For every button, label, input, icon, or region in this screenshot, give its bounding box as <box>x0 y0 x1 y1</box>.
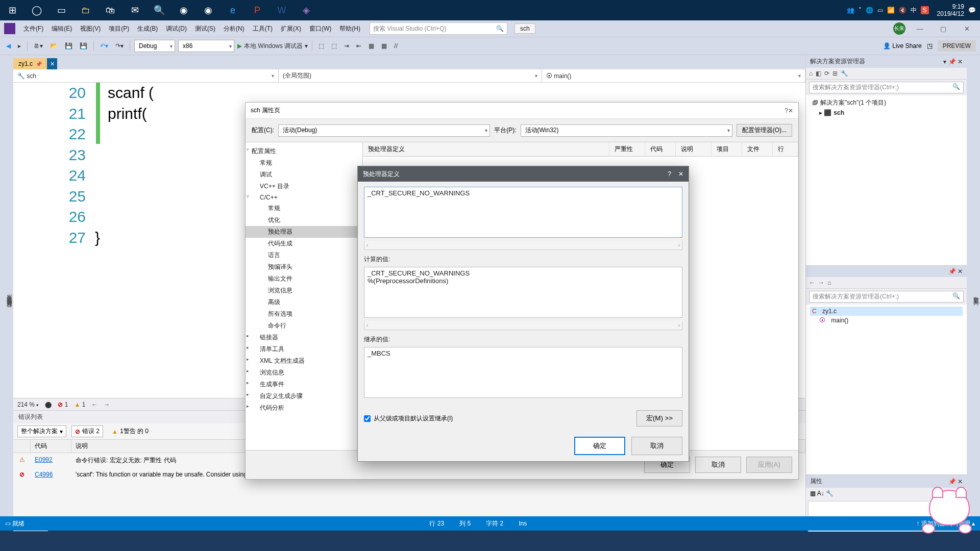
start-icon[interactable]: ⊞ <box>0 0 24 20</box>
alpha-icon[interactable]: A↓ <box>817 490 824 497</box>
back-icon[interactable]: ← <box>809 279 815 286</box>
nav-fwd-icon[interactable]: ▸ <box>16 41 23 51</box>
maximize-button[interactable]: ▢ <box>934 22 952 35</box>
solution-tree[interactable]: 🗊 解决方案"sch"(1 个项目) ▸ ⬛ sch <box>806 95 967 265</box>
help-icon[interactable]: ? <box>668 170 671 178</box>
battery-icon[interactable]: ▭ <box>877 7 883 14</box>
file-node[interactable]: C zy1.c <box>810 307 963 316</box>
toolbar-icon-3[interactable]: ⇥ <box>342 41 351 51</box>
menu-debug[interactable]: 调试(D) <box>163 22 190 35</box>
solution-badge[interactable]: sch <box>514 23 535 34</box>
toolbar-icon-1[interactable]: ⬚ <box>316 41 326 51</box>
new-project-icon[interactable]: 🗎▾ <box>32 41 45 51</box>
home-icon[interactable]: ⌂ <box>809 70 813 77</box>
cancel-button[interactable]: 取消 <box>695 457 741 473</box>
help-icon[interactable]: ? <box>785 107 788 114</box>
undo-icon[interactable]: ↶▾ <box>98 41 110 51</box>
property-tree-item[interactable]: 常规 <box>246 203 362 214</box>
panel-close-icon[interactable]: ✕ <box>958 268 963 275</box>
refresh-icon[interactable]: ⟳ <box>824 70 829 77</box>
warnings-filter[interactable]: ▲ 1警告 的 0 <box>108 425 152 437</box>
redo-icon[interactable]: ↷▾ <box>113 41 126 51</box>
config-combo[interactable]: 活动(Debug) <box>278 124 490 137</box>
menu-extensions[interactable]: 扩展(X) <box>278 22 304 35</box>
config-combo[interactable]: Debug <box>134 40 175 52</box>
user-avatar[interactable]: 长朱 <box>893 22 905 35</box>
property-tree-item[interactable]: 常规 <box>246 157 362 169</box>
next-issue-icon[interactable]: → <box>104 401 110 408</box>
taskview-icon[interactable]: ▭ <box>49 0 74 20</box>
prev-issue-icon[interactable]: ← <box>91 401 97 408</box>
open-icon[interactable]: 📂 <box>48 41 60 51</box>
property-tree-item[interactable]: 优化 <box>246 214 362 226</box>
h-scrollbar[interactable]: ‹› <box>364 321 682 330</box>
toolbox-tab[interactable]: 数据工具 <box>967 55 980 531</box>
menu-help[interactable]: 帮助(H) <box>336 22 363 35</box>
mail-icon[interactable]: ✉ <box>122 0 147 20</box>
menu-file[interactable]: 文件(F) <box>20 22 46 35</box>
inherit-checkbox[interactable]: 从父级或项目默认设置继承(I) <box>364 414 453 423</box>
toolbar-icon-5[interactable]: ▦ <box>366 41 376 51</box>
property-tree-item[interactable]: 预处理器 <box>246 226 362 238</box>
apply-button[interactable]: 应用(A) <box>746 457 792 473</box>
fwd-icon[interactable]: → <box>818 279 824 286</box>
toolbar-icon-4[interactable]: ⇤ <box>354 41 363 51</box>
edge-icon[interactable]: e <box>220 0 245 20</box>
nav-scope-combo[interactable]: (全局范围)▾ <box>279 69 542 82</box>
error-icon[interactable]: ⊘ <box>58 401 63 408</box>
property-tree-item[interactable]: 代码生成 <box>246 238 362 249</box>
chrome-icon[interactable]: ◉ <box>172 0 196 20</box>
home-icon[interactable]: ⌂ <box>827 279 831 286</box>
property-tree-item[interactable]: ▿配置属性 <box>246 145 362 157</box>
menu-view[interactable]: 视图(V) <box>77 22 104 35</box>
panel-pin-icon[interactable]: 📌 <box>948 58 956 65</box>
clock-date[interactable]: 2019/4/12 <box>937 10 964 17</box>
project-node[interactable]: ▸ ⬛ sch <box>810 108 963 117</box>
property-tree-item[interactable]: 所有选项 <box>246 308 362 320</box>
menu-test[interactable]: 测试(S) <box>192 22 218 35</box>
property-tree-item[interactable]: ▸浏览信息 <box>246 367 362 379</box>
store-icon[interactable]: 🛍 <box>98 0 122 20</box>
menu-tools[interactable]: 工具(T) <box>250 22 276 35</box>
property-tree-item[interactable]: 浏览信息 <box>246 285 362 296</box>
menu-project[interactable]: 项目(P) <box>106 22 132 35</box>
wifi-icon[interactable]: 📶 <box>887 7 895 14</box>
editor-tab-zy1c[interactable]: zy1.c📌 <box>13 58 47 69</box>
cortana-icon[interactable]: ◯ <box>24 0 49 20</box>
property-tree-item[interactable]: 输出文件 <box>246 273 362 285</box>
sogou-icon[interactable]: S <box>921 6 929 14</box>
quick-launch-input[interactable]: 搜索 Visual Studio (Ctrl+Q)🔍 <box>370 22 507 35</box>
menu-edit[interactable]: 编辑(E) <box>48 22 75 35</box>
toolbar-icon-7[interactable]: // <box>392 41 400 51</box>
property-tree-item[interactable]: ▸链接器 <box>246 332 362 343</box>
property-tree-item[interactable]: 语言 <box>246 249 362 261</box>
close-icon[interactable]: ✕ <box>788 107 793 114</box>
platform-combo[interactable]: 活动(Win32) <box>521 124 732 137</box>
save-icon[interactable]: 💾 <box>63 41 75 51</box>
save-all-icon[interactable]: 💾 <box>78 41 89 51</box>
zoom-combo[interactable]: 214 % ▾ <box>17 401 39 408</box>
property-tree-item[interactable]: ▸自定义生成步骤 <box>246 390 362 402</box>
visualstudio-icon[interactable]: ◈ <box>294 0 318 20</box>
solution-node[interactable]: 🗊 解决方案"sch"(1 个项目) <box>810 97 963 108</box>
panel-pin-icon[interactable]: 📌 <box>948 268 956 275</box>
chevron-up-icon[interactable]: ˅ <box>859 7 862 14</box>
property-tree-item[interactable]: VC++ 目录 <box>246 181 362 192</box>
close-button[interactable]: ✕ <box>958 22 976 35</box>
mute-icon[interactable]: 🔇 <box>899 7 906 14</box>
errors-filter[interactable]: ⊘ 错误 2 <box>71 425 103 437</box>
collapse-icon[interactable]: ◧ <box>816 70 821 77</box>
feedback-icon[interactable]: ◳ <box>927 42 933 49</box>
start-debugging-button[interactable]: ▶本地 Windows 调试器 ▾ <box>237 42 308 51</box>
property-tree-item[interactable]: 预编译头 <box>246 261 362 273</box>
property-tree-item[interactable]: 高级 <box>246 296 362 308</box>
showall-icon[interactable]: ⊞ <box>832 70 838 77</box>
nav-member-combo[interactable]: ⦿ main()▾ <box>542 69 805 82</box>
menu-analyze[interactable]: 分析(N) <box>220 22 248 35</box>
live-share-button[interactable]: 👤 Live Share <box>883 42 922 49</box>
config-manager-button[interactable]: 配置管理器(O)... <box>737 124 792 137</box>
properties-icon[interactable]: 🔧 <box>841 70 848 77</box>
classview-search-input[interactable]: 搜索解决方案资源管理器(Ctrl+;)🔍 <box>809 291 964 303</box>
nav-back-icon[interactable]: ◀ <box>4 41 13 51</box>
h-scrollbar[interactable]: ‹› <box>364 241 682 250</box>
